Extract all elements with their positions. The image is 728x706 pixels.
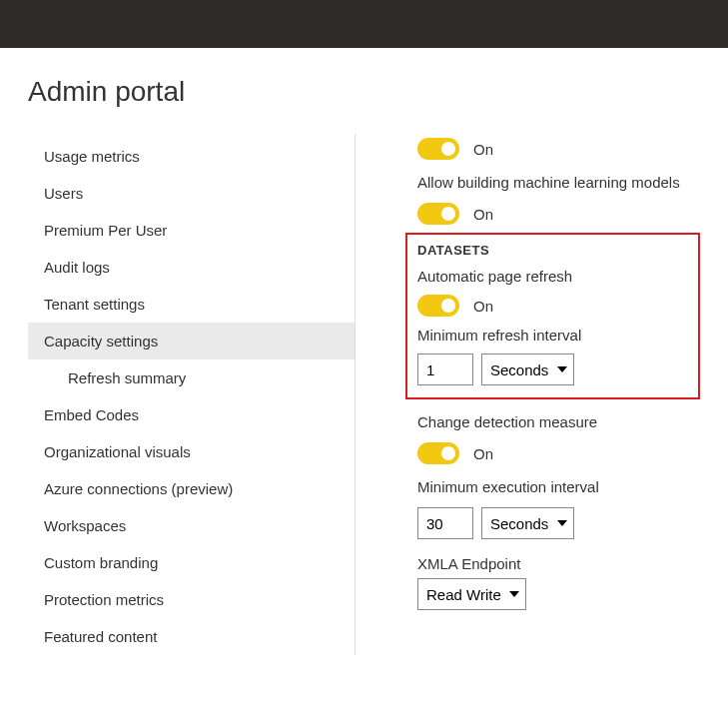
label-ml-models: Allow building machine learning models bbox=[417, 174, 700, 191]
sidebar-item-featured-content[interactable]: Featured content bbox=[28, 618, 355, 655]
highlight-box-apr: DATASETS Automatic page refresh On Minim… bbox=[405, 233, 700, 399]
label-change-detection: Change detection measure bbox=[417, 413, 700, 430]
label-min-refresh: Minimum refresh interval bbox=[417, 327, 688, 344]
sidebar-subitem-refresh-summary[interactable]: Refresh summary bbox=[28, 359, 355, 396]
sidebar-item-tenant-settings[interactable]: Tenant settings bbox=[28, 286, 355, 323]
toggle-knob bbox=[441, 299, 455, 313]
toggle-change-detection-state: On bbox=[473, 445, 493, 462]
sidebar-item-embed-codes[interactable]: Embed Codes bbox=[28, 396, 355, 433]
min-refresh-unit-select[interactable]: Seconds bbox=[481, 353, 574, 385]
toggle-knob bbox=[441, 142, 455, 156]
field-row-min-refresh: Seconds bbox=[417, 353, 688, 385]
label-apr: Automatic page refresh bbox=[417, 268, 688, 285]
toggle-row-apr: On bbox=[417, 295, 688, 317]
toggle-row-change-detection: On bbox=[417, 442, 700, 464]
toggle-top[interactable] bbox=[417, 138, 459, 160]
settings-panel: On Allow building machine learning model… bbox=[356, 134, 700, 655]
toggle-ml-models[interactable] bbox=[417, 203, 459, 225]
toggle-top-state: On bbox=[473, 141, 493, 158]
toggle-apr-state: On bbox=[473, 298, 493, 315]
field-row-min-exec: Seconds bbox=[417, 507, 700, 539]
xmla-endpoint-select[interactable]: Read Write bbox=[417, 578, 526, 610]
sidebar-item-users[interactable]: Users bbox=[28, 175, 355, 212]
toggle-row-ml: On bbox=[417, 203, 700, 225]
toggle-knob bbox=[441, 446, 455, 460]
sidebar-item-audit-logs[interactable]: Audit logs bbox=[28, 249, 355, 286]
toggle-knob bbox=[441, 207, 455, 221]
label-min-exec: Minimum execution interval bbox=[417, 478, 700, 495]
sidebar-item-organizational-visuals[interactable]: Organizational visuals bbox=[28, 433, 355, 470]
sidebar-item-custom-branding[interactable]: Custom branding bbox=[28, 544, 355, 581]
section-header-datasets: DATASETS bbox=[417, 243, 688, 258]
sidebar-item-capacity-settings[interactable]: Capacity settings bbox=[28, 323, 355, 359]
content: Usage metrics Users Premium Per User Aud… bbox=[28, 134, 700, 655]
sidebar-item-azure-connections[interactable]: Azure connections (preview) bbox=[28, 470, 355, 507]
sidebar: Usage metrics Users Premium Per User Aud… bbox=[28, 134, 356, 655]
admin-portal-container: Admin portal Usage metrics Users Premium… bbox=[0, 48, 728, 675]
toggle-ml-state: On bbox=[473, 206, 493, 223]
field-row-xmla: Read Write bbox=[417, 578, 700, 610]
min-exec-value-input[interactable] bbox=[417, 507, 473, 539]
sidebar-item-premium-per-user[interactable]: Premium Per User bbox=[28, 212, 355, 249]
sidebar-item-workspaces[interactable]: Workspaces bbox=[28, 507, 355, 544]
sidebar-item-protection-metrics[interactable]: Protection metrics bbox=[28, 581, 355, 618]
toggle-apr[interactable] bbox=[417, 295, 459, 317]
toggle-row-top: On bbox=[417, 138, 700, 160]
min-exec-unit-select[interactable]: Seconds bbox=[481, 507, 574, 539]
label-xmla: XMLA Endpoint bbox=[417, 555, 700, 572]
top-bar bbox=[0, 0, 728, 48]
sidebar-item-usage-metrics[interactable]: Usage metrics bbox=[28, 138, 355, 175]
page-title: Admin portal bbox=[28, 76, 700, 108]
min-refresh-value-input[interactable] bbox=[417, 353, 473, 385]
toggle-change-detection[interactable] bbox=[417, 442, 459, 464]
